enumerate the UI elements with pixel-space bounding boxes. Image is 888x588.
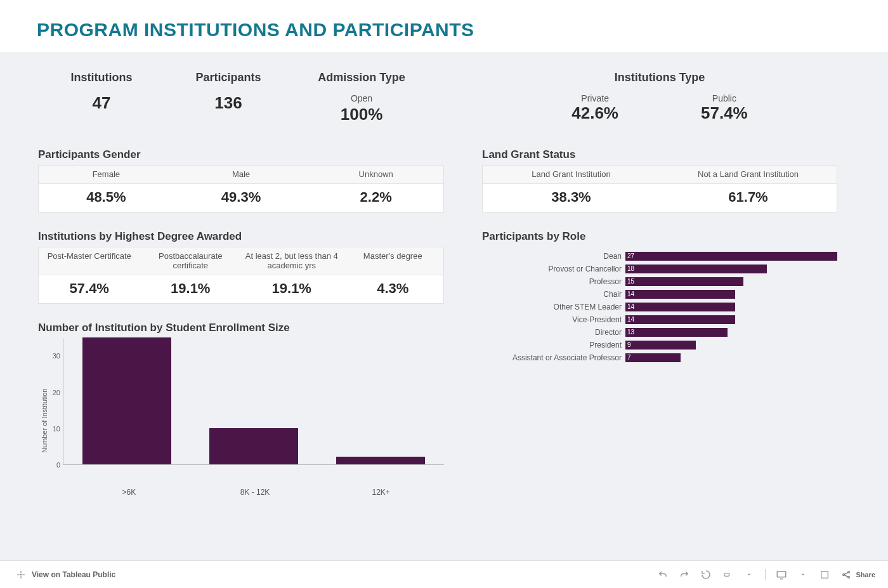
kpi-institutions: Institutions 47 [38, 71, 165, 113]
institutions-type-private: Private 42.6% [571, 93, 618, 123]
roles-bar [625, 303, 735, 311]
undo-icon[interactable] [657, 569, 669, 580]
enrollment-x-label: >6K [85, 488, 173, 497]
svg-rect-1 [20, 576, 21, 578]
roles-bar-value: 13 [627, 328, 634, 337]
roles-bar [625, 252, 837, 261]
enrollment-x-label: 8K - 12K [211, 488, 299, 497]
roles-bar-row[interactable]: Other STEM Leader14 [482, 301, 837, 313]
roles-bar-row[interactable]: Chair14 [482, 289, 837, 300]
svg-rect-7 [821, 571, 828, 578]
roles-bar-row[interactable]: Assistant or Associate Professor7 [482, 352, 837, 363]
device-preview-icon[interactable] [776, 569, 787, 580]
highest-degree-section: Institutions by Highest Degree Awarded P… [38, 230, 444, 304]
roles-bar-track: 14 [625, 315, 837, 324]
roles-bar-row[interactable]: Vice-President14 [482, 314, 837, 325]
roles-bar-row[interactable]: Dean27 [482, 251, 837, 262]
page-title: PROGRAM INSTITUTIONS AND PARTICIPANTS [37, 19, 888, 41]
enrollment-bar[interactable] [209, 428, 298, 464]
redo-icon[interactable] [679, 569, 690, 580]
replay-icon[interactable] [700, 569, 712, 580]
participants-gender-section: Participants Gender Female Male Unknown … [38, 148, 444, 212]
land-grant-title: Land Grant Status [482, 148, 837, 161]
kpi-institutions-label: Institutions [38, 71, 165, 84]
roles-bar-value: 27 [627, 252, 634, 261]
enrollment-x-label: 12K+ [337, 488, 425, 497]
roles-bar-value: 18 [627, 265, 634, 273]
enrollment-y-tick: 20 [53, 389, 60, 396]
svg-rect-3 [22, 574, 25, 575]
roles-bar-label: Professor [482, 277, 625, 286]
roles-bar-track: 7 [625, 353, 837, 362]
institutions-type-private-label: Private [571, 93, 618, 103]
roles-bar-value: 15 [627, 277, 634, 286]
view-on-tableau-label: View on Tableau Public [32, 570, 115, 579]
roles-bar-row[interactable]: Provost or Chancellor18 [482, 263, 837, 275]
footer-toolbar: View on Tableau Public [0, 560, 888, 588]
dropdown-caret-icon[interactable] [743, 569, 755, 580]
dashboard-body: Institutions 47 Participants 136 Admissi… [0, 52, 888, 497]
degree-val-3: 4.3% [343, 275, 444, 303]
kpi-admission-value: 100% [292, 105, 431, 124]
roles-bar-value: 14 [627, 315, 634, 324]
view-on-tableau-link[interactable]: View on Tableau Public [15, 569, 115, 580]
landgrant-val-0: 38.3% [483, 184, 660, 212]
highest-degree-table: Post-Master Certificate Postbaccalaurate… [38, 247, 444, 304]
roles-bar [625, 353, 681, 362]
enrollment-bar[interactable] [82, 337, 171, 464]
roles-bar-label: Director [482, 328, 625, 337]
enrollment-y-label: Number of Institution [38, 338, 48, 484]
svg-point-8 [843, 573, 845, 575]
kpi-participants-value: 136 [165, 93, 292, 113]
participants-gender-title: Participants Gender [38, 148, 444, 161]
enrollment-chart[interactable]: Number of Institution 0102030 [38, 338, 444, 484]
landgrant-col-1: Not a Land Grant Institution [660, 166, 837, 183]
roles-bar-row[interactable]: President9 [482, 339, 837, 351]
degree-col-0: Post-Master Certificate [39, 247, 140, 275]
share-label: Share [856, 571, 875, 578]
roles-bar [625, 341, 696, 350]
svg-point-10 [848, 576, 850, 578]
kpi-admission-label: Admission Type [292, 71, 431, 84]
roles-chart[interactable]: Dean27Provost or Chancellor18Professor15… [482, 247, 837, 363]
kpi-participants-label: Participants [165, 71, 292, 84]
institutions-type-public-value: 57.4% [701, 103, 748, 123]
share-button[interactable]: Share [840, 569, 875, 580]
roles-bar-value: 14 [627, 290, 634, 299]
svg-rect-6 [778, 571, 787, 577]
degree-col-3: Master's degree [343, 247, 444, 275]
left-column: Participants Gender Female Male Unknown … [38, 131, 444, 497]
dropdown-caret-icon-2[interactable] [797, 569, 809, 580]
roles-bar-track: 14 [625, 303, 837, 311]
kpi-admission: Admission Type Open 100% [292, 71, 431, 124]
enrollment-chart-section: Number of Institution by Student Enrollm… [38, 322, 444, 497]
header-band: PROGRAM INSTITUTIONS AND PARTICIPANTS [0, 0, 888, 52]
roles-bar-label: Dean [482, 252, 625, 261]
svg-point-9 [848, 571, 850, 573]
pause-icon[interactable] [722, 569, 733, 580]
enrollment-x-labels: >6K8K - 12K12K+ [66, 484, 444, 497]
enrollment-bar[interactable] [336, 457, 425, 464]
enrollment-y-tick: 0 [56, 461, 60, 469]
gender-col-1: Male [174, 166, 309, 183]
roles-bar-value: 9 [627, 341, 631, 350]
roles-bar [625, 315, 735, 324]
roles-bar [625, 328, 728, 337]
svg-rect-4 [20, 573, 22, 575]
roles-bar-label: Provost or Chancellor [482, 265, 625, 273]
roles-bar-label: Other STEM Leader [482, 303, 625, 311]
land-grant-section: Land Grant Status Land Grant Institution… [482, 148, 837, 212]
kpi-institutions-value: 47 [38, 93, 165, 113]
degree-val-1: 19.1% [140, 275, 242, 303]
roles-bar-value: 14 [627, 303, 634, 311]
roles-bar-row[interactable]: Director13 [482, 327, 837, 338]
degree-val-0: 57.4% [39, 275, 140, 303]
land-grant-table: Land Grant Institution Not a Land Grant … [482, 165, 837, 212]
roles-bar-row[interactable]: Professor15 [482, 276, 837, 287]
roles-bar-label: President [482, 341, 625, 350]
highest-degree-title: Institutions by Highest Degree Awarded [38, 230, 444, 243]
roles-chart-section: Participants by Role Dean27Provost or Ch… [482, 230, 837, 363]
fullscreen-icon[interactable] [819, 569, 830, 580]
roles-bar-track: 14 [625, 290, 837, 299]
roles-bar-track: 9 [625, 341, 837, 350]
